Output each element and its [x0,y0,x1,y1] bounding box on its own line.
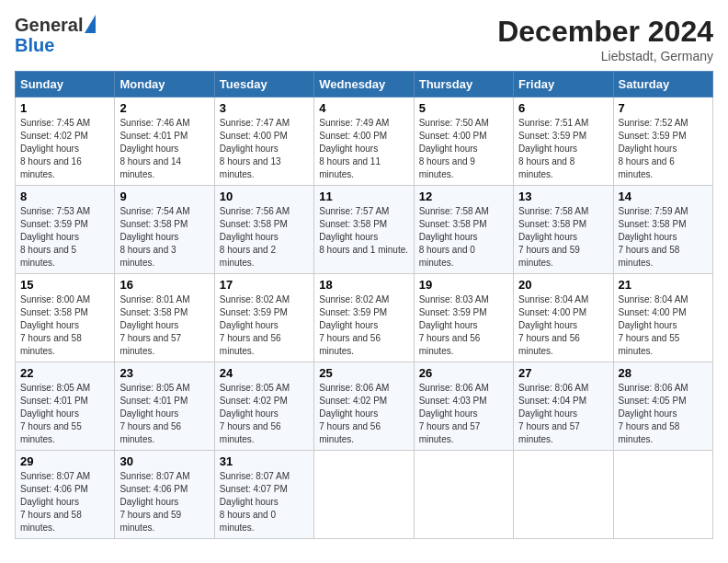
sunrise-label: Sunrise: 8:02 AM [220,294,290,304]
day-number: 13 [518,190,608,203]
sunset-label: Sunset: 4:00 PM [220,131,288,141]
cell-content: Sunrise: 7:53 AMSunset: 3:59 PMDaylight … [20,205,109,270]
daylight-value: 8 hours and 8 minutes. [518,156,574,179]
daylight-label: Daylight hours [619,232,677,242]
sunrise-label: Sunrise: 8:07 AM [220,471,290,481]
daylight-label: Daylight hours [518,320,577,330]
sunrise-label: Sunrise: 8:07 AM [119,471,189,481]
day-number: 27 [518,366,608,380]
sunrise-label: Sunrise: 8:04 AM [518,294,588,304]
daylight-label: Daylight hours [319,232,378,242]
location: Liebstadt, Germany [497,49,713,63]
calendar-col-header: Saturday [613,72,712,98]
sunset-label: Sunset: 4:05 PM [619,396,687,406]
calendar-cell: 12 Sunrise: 7:58 AMSunset: 3:58 PMDaylig… [414,186,513,274]
daylight-label: Daylight hours [220,320,279,330]
cell-content: Sunrise: 8:07 AMSunset: 4:06 PMDaylight … [20,470,109,534]
calendar-cell: 6 Sunrise: 7:51 AMSunset: 3:59 PMDayligh… [514,98,613,186]
sunset-label: Sunset: 3:59 PM [619,131,687,141]
sunset-label: Sunset: 4:00 PM [419,131,487,141]
sunset-label: Sunset: 4:01 PM [119,131,188,141]
cell-content: Sunrise: 8:00 AMSunset: 3:58 PMDaylight … [20,293,109,358]
cell-content: Sunrise: 8:06 AMSunset: 4:03 PMDaylight … [419,382,508,446]
calendar-cell: 8 Sunrise: 7:53 AMSunset: 3:59 PMDayligh… [16,186,115,274]
calendar-col-header: Sunday [16,72,115,98]
daylight-label: Daylight hours [20,408,79,419]
daylight-label: Daylight hours [220,232,279,242]
sunrise-label: Sunrise: 8:04 AM [619,294,688,304]
page-header: General Blue December 2024 Liebstadt, Ge… [15,15,713,63]
cell-content: Sunrise: 8:03 AMSunset: 3:59 PMDaylight … [419,293,508,358]
day-number: 18 [319,278,408,292]
sunrise-label: Sunrise: 7:56 AM [220,206,290,216]
daylight-label: Daylight hours [119,144,178,154]
sunrise-label: Sunrise: 7:58 AM [518,206,588,216]
daylight-value: 7 hours and 59 minutes. [518,245,580,268]
sunset-label: Sunset: 4:03 PM [419,396,487,406]
daylight-label: Daylight hours [419,232,478,242]
daylight-label: Daylight hours [20,320,79,330]
sunset-label: Sunset: 4:00 PM [518,307,586,317]
day-number: 2 [119,101,209,115]
sunrise-label: Sunrise: 8:06 AM [518,383,588,393]
calendar-cell: 13 Sunrise: 7:58 AMSunset: 3:58 PMDaylig… [514,186,613,274]
sunrise-label: Sunrise: 8:03 AM [419,294,489,304]
daylight-value: 8 hours and 3 minutes. [119,245,176,268]
calendar-cell: 9 Sunrise: 7:54 AMSunset: 3:58 PMDayligh… [115,186,214,274]
day-number: 21 [619,278,708,292]
calendar-cell: 16 Sunrise: 8:01 AMSunset: 3:58 PMDaylig… [115,274,214,362]
sunset-label: Sunset: 3:58 PM [20,307,88,317]
daylight-value: 7 hours and 56 minutes. [220,333,281,356]
daylight-label: Daylight hours [319,408,378,419]
calendar-cell: 3 Sunrise: 7:47 AMSunset: 4:00 PMDayligh… [214,98,313,186]
day-number: 30 [119,454,209,468]
daylight-label: Daylight hours [20,232,79,242]
daylight-value: 8 hours and 9 minutes. [419,156,475,179]
logo-blue-text: Blue [15,35,54,55]
day-number: 12 [419,190,508,203]
calendar-cell: 26 Sunrise: 8:06 AMSunset: 4:03 PMDaylig… [414,362,513,451]
calendar-cell: 1 Sunrise: 7:45 AMSunset: 4:02 PMDayligh… [16,98,115,186]
calendar-cell: 18 Sunrise: 8:02 AMSunset: 3:59 PMDaylig… [314,274,414,362]
day-number: 3 [220,101,309,115]
calendar-cell: 20 Sunrise: 8:04 AMSunset: 4:00 PMDaylig… [514,274,613,362]
daylight-label: Daylight hours [20,497,79,507]
logo-general-text: General [15,15,83,35]
daylight-value: 7 hours and 56 minutes. [319,333,381,356]
cell-content: Sunrise: 7:47 AMSunset: 4:00 PMDaylight … [220,117,309,181]
calendar-cell: 21 Sunrise: 8:04 AMSunset: 4:00 PMDaylig… [613,274,712,362]
daylight-label: Daylight hours [20,144,79,154]
day-number: 29 [20,454,109,468]
daylight-label: Daylight hours [319,144,378,154]
day-number: 26 [419,366,508,380]
calendar-cell [613,451,712,539]
daylight-value: 7 hours and 56 minutes. [220,421,281,444]
sunrise-label: Sunrise: 8:06 AM [319,383,389,393]
cell-content: Sunrise: 8:07 AMSunset: 4:07 PMDaylight … [220,470,309,534]
daylight-value: 8 hours and 11 minutes. [319,156,381,179]
day-number: 4 [319,101,408,115]
daylight-label: Daylight hours [119,408,178,419]
sunset-label: Sunset: 4:04 PM [518,396,586,406]
calendar-header-row: SundayMondayTuesdayWednesdayThursdayFrid… [16,72,713,98]
sunrise-label: Sunrise: 7:54 AM [119,206,189,216]
daylight-value: 8 hours and 13 minutes. [220,156,281,179]
sunset-label: Sunset: 4:06 PM [119,484,188,494]
calendar-col-header: Friday [514,72,613,98]
daylight-value: 7 hours and 58 minutes. [619,245,680,268]
calendar-cell: 23 Sunrise: 8:05 AMSunset: 4:01 PMDaylig… [115,362,214,451]
cell-content: Sunrise: 7:46 AMSunset: 4:01 PMDaylight … [119,117,209,181]
sunrise-label: Sunrise: 7:46 AM [119,118,189,128]
daylight-label: Daylight hours [419,408,478,419]
calendar-cell: 14 Sunrise: 7:59 AMSunset: 3:58 PMDaylig… [613,186,712,274]
sunrise-label: Sunrise: 8:05 AM [119,383,189,393]
day-number: 16 [119,278,209,292]
sunset-label: Sunset: 3:58 PM [220,219,288,229]
calendar-cell: 30 Sunrise: 8:07 AMSunset: 4:06 PMDaylig… [115,451,214,539]
day-number: 7 [619,101,708,115]
day-number: 9 [119,190,209,203]
sunrise-label: Sunrise: 7:47 AM [220,118,290,128]
daylight-value: 7 hours and 56 minutes. [119,421,181,444]
cell-content: Sunrise: 7:59 AMSunset: 3:58 PMDaylight … [619,205,708,270]
daylight-value: 8 hours and 16 minutes. [20,156,82,179]
